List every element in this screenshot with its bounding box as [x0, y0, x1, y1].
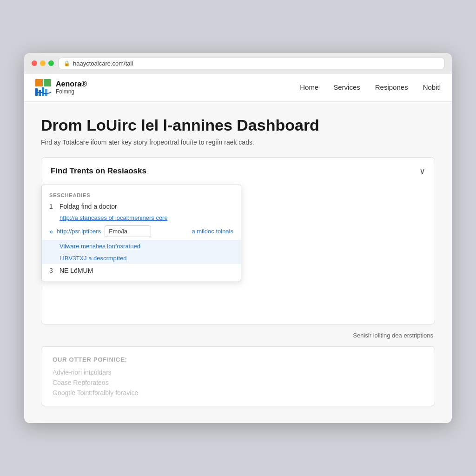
traffic-lights: [32, 60, 54, 66]
accordion-header[interactable]: Find Trents on Resiaosks ∨: [41, 158, 435, 185]
dropdown-item-1[interactable]: 1 Foldag find a doctor: [42, 200, 241, 213]
main-content: Drom LoUirc lel l-annines Dashboard Fird…: [24, 102, 452, 423]
accordion-card: Find Trents on Resiaosks ∨ SESCHEABIES 1…: [41, 157, 435, 324]
dropdown-overlay: SESCHEABIES 1 Foldag find a doctor http:…: [41, 185, 241, 281]
page-title: Drom LoUirc lel l-annines Dashboard: [41, 117, 435, 134]
logo-area: Aenora® Foimng: [35, 79, 87, 96]
nav-home[interactable]: Home: [300, 83, 318, 91]
svg-rect-4: [42, 87, 44, 96]
nav-resipones[interactable]: Resipones: [375, 83, 408, 91]
svg-rect-3: [39, 90, 41, 96]
logo-name: Aenora®: [56, 79, 87, 88]
browser-window: 🔒 haayctoalcare.com/tail: [24, 53, 452, 423]
dropdown-item-1-text: Foldag find a doctor: [60, 203, 117, 210]
other-services-title: OUR OTTER POFINICE:: [53, 356, 423, 363]
chevron-down-icon: ∨: [419, 166, 425, 176]
dropdown-section-label: SESCHEABIES: [42, 189, 241, 200]
logo-text: Aenora® Foimng: [56, 79, 87, 95]
other-service-item-3: Googtle Toint:foralbly foravice: [53, 389, 423, 397]
svg-rect-5: [45, 89, 47, 96]
status-text: Senisir lollting dea erstriptions: [41, 332, 435, 339]
maximize-button[interactable]: [48, 60, 54, 66]
svg-rect-1: [44, 79, 51, 86]
url-text: haayctoalcare.com/tail: [73, 60, 133, 67]
logo-icon: [35, 79, 52, 96]
dropdown-sub1-link[interactable]: Vilware menshes lonfosratued: [60, 243, 140, 250]
dropdown-input-field[interactable]: [105, 225, 151, 237]
dropdown-item-2-sub1[interactable]: Vilware menshes lonfosratued: [42, 240, 241, 252]
close-button[interactable]: [32, 60, 37, 66]
browser-controls: 🔒 haayctoalcare.com/tail: [32, 58, 444, 69]
nav-services[interactable]: Services: [333, 83, 360, 91]
nav-nobitl[interactable]: Nobitl: [423, 83, 441, 91]
dropdown-item-3[interactable]: 3 NE LöMUM: [42, 264, 241, 277]
lock-icon: 🔒: [64, 60, 70, 66]
dropdown-item-3-num: 3: [49, 267, 55, 274]
other-services-list: Advie-riori intcúldars Coase Repforateos…: [53, 369, 423, 397]
other-service-item-2: Coase Repforateos: [53, 379, 423, 386]
dropdown-item-1-num: 1: [49, 203, 55, 210]
other-service-item-1: Advie-riori intcúldars: [53, 369, 423, 376]
dropdown-item-3-text: NE LöMUM: [60, 267, 93, 274]
other-services-card: OUR OTTER POFINICE: Advie-riori intcúlda…: [41, 346, 435, 406]
dropdown-item-2-sub2[interactable]: LIBV3TXJ a descrmpíted: [42, 252, 241, 264]
logo-sub: Foimng: [56, 88, 87, 95]
dropdown-item-2: » http://psr.lptibers a mildoc tolnals: [42, 223, 241, 240]
minimize-button[interactable]: [40, 60, 46, 66]
address-bar[interactable]: 🔒 haayctoalcare.com/tail: [59, 58, 444, 69]
dropdown-item-1-link[interactable]: http://a stancases of local:meniners cor…: [42, 213, 241, 223]
nav-links: Home Services Resipones Nobitl: [300, 83, 441, 91]
dropdown-item-2-link-right[interactable]: a mildoc tolnals: [192, 228, 233, 235]
svg-rect-0: [35, 79, 43, 86]
browser-chrome: 🔒 haayctoalcare.com/tail: [24, 53, 452, 73]
svg-rect-2: [35, 88, 38, 96]
page-subtitle: Fird ay Totalcare ifoom ater key story f…: [41, 139, 435, 146]
dropdown-item-2-link[interactable]: http://psr.lptibers: [57, 228, 101, 235]
accordion-title: Find Trents on Resiaosks: [51, 166, 146, 176]
dropdown-sub2-link[interactable]: LIBV3TXJ a descrmpíted: [60, 255, 127, 262]
double-arrow-icon: »: [49, 228, 53, 235]
site-nav: Aenora® Foimng Home Services Resipones N…: [24, 73, 452, 102]
